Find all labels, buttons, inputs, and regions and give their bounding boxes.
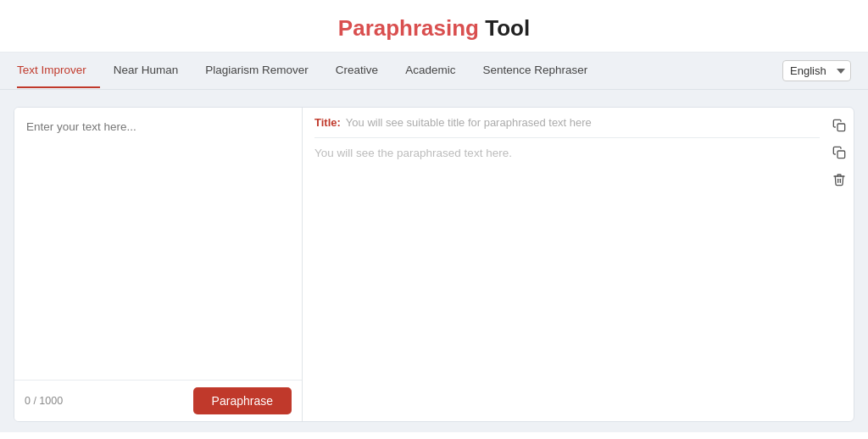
tab-text-improver[interactable]: Text Improver bbox=[17, 53, 100, 88]
page-title: Paraphrasing Tool bbox=[0, 15, 868, 42]
nav-tabs: Text Improver Near Human Plagiarism Remo… bbox=[17, 53, 782, 88]
output-title-label: Title: bbox=[314, 116, 341, 129]
tab-sentence-rephraser[interactable]: Sentence Rephraser bbox=[469, 53, 601, 88]
title-part1: Paraphrasing bbox=[338, 15, 479, 41]
title-part2: Tool bbox=[479, 15, 530, 41]
navbar: Text Improver Near Human Plagiarism Remo… bbox=[0, 53, 868, 90]
side-icons bbox=[830, 116, 849, 189]
output-title-placeholder: You will see suitable title for paraphra… bbox=[346, 116, 592, 129]
tab-academic[interactable]: Academic bbox=[392, 53, 469, 88]
svg-rect-0 bbox=[837, 124, 845, 131]
main-area: 0 / 1000 Paraphrase Title: You will see … bbox=[0, 90, 868, 432]
input-footer: 0 / 1000 Paraphrase bbox=[14, 380, 302, 421]
editor-container: 0 / 1000 Paraphrase Title: You will see … bbox=[14, 107, 854, 422]
language-selector-wrapper: English Spanish French German Italian bbox=[782, 60, 851, 81]
input-textarea[interactable] bbox=[14, 108, 302, 380]
word-count: 0 / 1000 bbox=[25, 395, 63, 407]
tab-near-human[interactable]: Near Human bbox=[100, 53, 192, 88]
language-select[interactable]: English Spanish French German Italian bbox=[782, 60, 851, 81]
output-title-row: Title: You will see suitable title for p… bbox=[314, 116, 820, 138]
svg-rect-1 bbox=[837, 151, 845, 158]
tab-creative[interactable]: Creative bbox=[322, 53, 392, 88]
header: Paraphrasing Tool bbox=[0, 0, 868, 53]
output-body-placeholder: You will see the paraphrased text here. bbox=[314, 147, 820, 413]
input-panel: 0 / 1000 Paraphrase bbox=[14, 108, 303, 421]
copy-icon[interactable] bbox=[830, 143, 849, 162]
output-panel: Title: You will see suitable title for p… bbox=[303, 108, 854, 421]
copy-raw-icon[interactable] bbox=[830, 116, 849, 135]
paraphrase-button[interactable]: Paraphrase bbox=[193, 387, 292, 414]
tab-plagiarism-remover[interactable]: Plagiarism Remover bbox=[192, 53, 322, 88]
delete-icon[interactable] bbox=[830, 170, 849, 189]
